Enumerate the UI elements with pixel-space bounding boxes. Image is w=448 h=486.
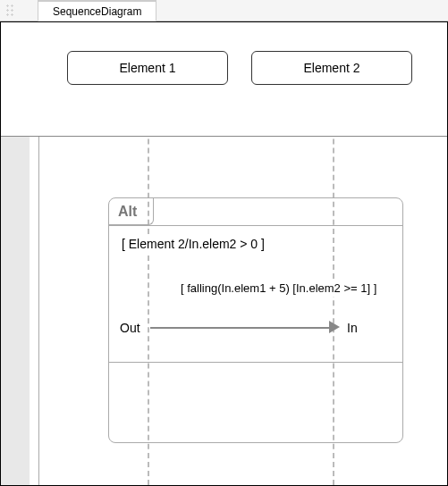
operand-1[interactable]: [ Element 2/In.elem2 > 0 ] [ falling(In.…	[109, 225, 402, 363]
message-label[interactable]: [ falling(In.elem1 + 5) [In.elem2 >= 1] …	[177, 280, 380, 297]
diagram-canvas[interactable]: Element 1 Element 2 Alt [ Element 2/In.e…	[0, 21, 448, 486]
message-to-port: In	[345, 321, 359, 335]
lifeline-box-elem2[interactable]: Element 2	[251, 51, 412, 85]
message-from-port: Out	[118, 321, 142, 335]
tab-sequence-diagram[interactable]: SequenceDiagram	[38, 0, 156, 21]
grip-icon	[5, 4, 14, 16]
operator-label: Alt	[114, 202, 140, 222]
combined-fragment-alt[interactable]: Alt [ Element 2/In.elem2 > 0 ] [ falling…	[108, 197, 403, 443]
tab-bar: SequenceDiagram	[0, 0, 448, 21]
left-gutter	[1, 137, 30, 485]
lifeline-header-strip: Element 1 Element 2	[1, 22, 447, 137]
message-arrow-line[interactable]	[150, 327, 334, 329]
left-rule	[38, 137, 39, 485]
message-arrow-head-icon	[329, 321, 340, 333]
lifeline-box-elem1[interactable]: Element 1	[67, 51, 228, 85]
operand-1-guard[interactable]: [ Element 2/In.elem2 > 0 ]	[118, 235, 268, 253]
